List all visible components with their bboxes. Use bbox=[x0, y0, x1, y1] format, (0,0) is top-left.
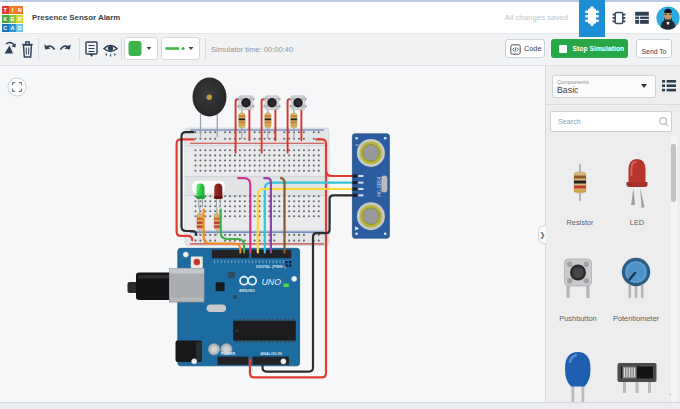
svg-text:LED: LED bbox=[630, 218, 644, 227]
svg-text:Simulator time: 00:00:40: Simulator time: 00:00:40 bbox=[211, 45, 293, 54]
svg-text:ARDUINO: ARDUINO bbox=[239, 289, 255, 293]
svg-text:Resistor: Resistor bbox=[566, 218, 594, 227]
svg-text:Potentiometer: Potentiometer bbox=[613, 314, 660, 323]
svg-text:Pushbutton: Pushbutton bbox=[559, 314, 596, 323]
svg-text:DIGITAL (PWM~): DIGITAL (PWM~) bbox=[256, 265, 287, 269]
svg-text:POWER: POWER bbox=[221, 352, 236, 356]
svg-text:UNO: UNO bbox=[262, 277, 282, 287]
svg-text:HC-SR04: HC-SR04 bbox=[377, 176, 382, 196]
svg-text:ANALOG IN: ANALOG IN bbox=[260, 352, 282, 356]
